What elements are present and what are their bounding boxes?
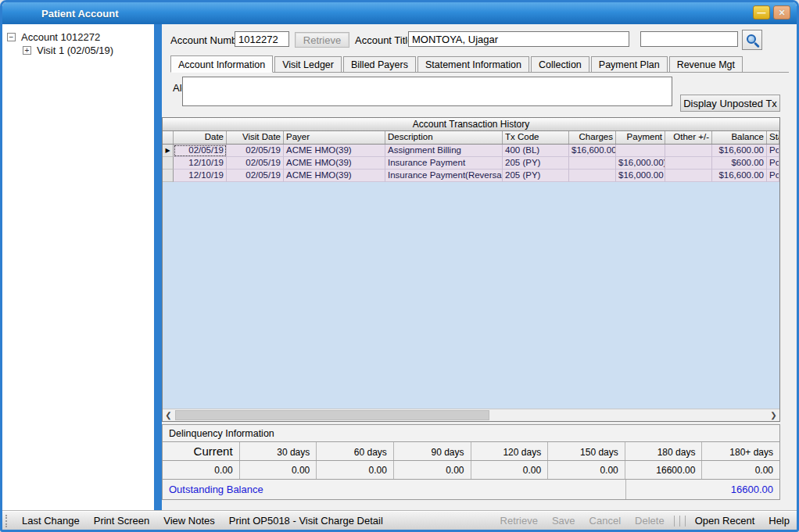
cell-charges[interactable]: $16,600.00 (569, 145, 616, 157)
delq-col-120: 120 days (471, 442, 549, 460)
table-row[interactable]: 12/10/19 02/05/19 ACME HMO(39) Insurance… (163, 157, 779, 170)
cell-tx-code[interactable]: 205 (PY) (503, 157, 569, 170)
col-charges[interactable]: Charges (569, 131, 616, 144)
cell-tx-code[interactable]: 400 (BL) (503, 145, 569, 157)
cell-balance[interactable]: $16,600.00 (712, 170, 767, 182)
minimize-button[interactable]: — (753, 5, 770, 20)
cell-payment[interactable]: $16,000.00 (616, 170, 665, 182)
cell-payment[interactable] (616, 145, 665, 157)
collapse-icon[interactable]: − (7, 33, 16, 41)
cell-payment[interactable]: $16,000.00) (616, 157, 665, 170)
delq-val-180plus: 0.00 (702, 461, 779, 479)
col-payment[interactable]: Payment (616, 131, 665, 144)
search-icon (747, 34, 756, 44)
search-button[interactable] (742, 30, 762, 50)
cell-description[interactable]: Assignment Billing (385, 145, 503, 157)
table-row[interactable]: 12/10/19 02/05/19 ACME HMO(39) Insurance… (163, 170, 779, 182)
alert-textarea[interactable] (182, 77, 672, 106)
cell-other[interactable] (665, 170, 712, 182)
tree-visit-label[interactable]: Visit 1 (02/05/19) (35, 45, 115, 56)
cell-date[interactable]: 12/10/19 (174, 157, 227, 170)
delinquency-values-row: 0.00 0.00 0.00 0.00 0.00 0.00 16600.00 0… (163, 460, 779, 479)
cell-visit-date[interactable]: 02/05/19 (227, 157, 284, 170)
scroll-left-icon[interactable]: ❮ (163, 409, 174, 421)
row-selector[interactable] (163, 170, 174, 182)
cell-charges[interactable] (569, 170, 616, 182)
cell-payer[interactable]: ACME HMO(39) (284, 157, 385, 170)
col-payer[interactable]: Payer (284, 131, 385, 144)
tab-collection[interactable]: Collection (531, 56, 589, 72)
cell-balance[interactable]: $600.00 (712, 157, 767, 170)
window-controls: — ✕ (753, 5, 790, 20)
delq-col-180plus: 180+ days (702, 442, 779, 460)
cell-description[interactable]: Insurance Payment (385, 157, 503, 170)
col-status[interactable]: Sta (767, 131, 779, 144)
outstanding-balance-row: Outstanding Balance 16600.00 (163, 479, 779, 499)
account-title-input[interactable] (408, 31, 629, 47)
delq-col-current: Current (163, 442, 240, 460)
tree-item-account[interactable]: − Account 1012272 (7, 30, 154, 44)
statusbar-retrieve[interactable]: Retrieve (493, 515, 545, 527)
display-unposted-tx-button[interactable]: Display Unposted Tx (680, 95, 780, 112)
cell-other[interactable] (665, 145, 712, 157)
statusbar-open-recent[interactable]: Open Recent (688, 515, 762, 527)
patient-account-window: Patient Account — ✕ − Account 1012272 + … (0, 0, 799, 532)
statusbar-print-screen[interactable]: Print Screen (87, 515, 157, 527)
cell-date[interactable]: 02/05/19 (174, 145, 227, 157)
statusbar-save[interactable]: Save (545, 515, 582, 527)
statusbar-view-notes[interactable]: View Notes (156, 515, 222, 527)
col-description[interactable]: Description (385, 131, 503, 144)
tab-account-information[interactable]: Account Information (170, 55, 273, 73)
cell-visit-date[interactable]: 02/05/19 (227, 170, 284, 182)
cell-visit-date[interactable]: 02/05/19 (227, 145, 284, 157)
cell-tx-code[interactable]: 205 (PY) (503, 170, 569, 182)
tab-billed-payers[interactable]: Billed Payers (343, 56, 416, 72)
cell-balance[interactable]: $16,600.00 (712, 145, 767, 157)
statusbar-last-change[interactable]: Last Change (15, 515, 87, 527)
search-input[interactable] (640, 31, 738, 47)
panel-splitter[interactable] (154, 24, 162, 511)
cell-other[interactable] (665, 157, 712, 170)
tab-visit-ledger[interactable]: Visit Ledger (274, 56, 342, 72)
cell-status[interactable]: Po (767, 157, 779, 170)
retrieve-button[interactable]: Retrieve (295, 32, 349, 48)
row-pointer-icon[interactable]: ▶ (163, 145, 174, 157)
tree-account-label[interactable]: Account 1012272 (20, 31, 102, 43)
scroll-right-icon[interactable]: ❯ (768, 409, 779, 421)
row-selector[interactable] (163, 157, 174, 170)
delq-val-180: 16600.00 (625, 461, 703, 479)
account-number-input[interactable] (235, 31, 289, 47)
cell-description[interactable]: Insurance Payment(Reversal) (385, 170, 503, 182)
expand-icon[interactable]: + (23, 46, 31, 55)
statusbar-grip-icon[interactable] (5, 515, 10, 527)
col-other[interactable]: Other +/- (665, 131, 712, 144)
transaction-history-group: Account Transaction History Date Visit D… (162, 117, 780, 422)
col-balance[interactable]: Balance (712, 131, 767, 144)
grid-empty-area (163, 182, 779, 409)
statusbar-cancel[interactable]: Cancel (582, 515, 628, 527)
close-button[interactable]: ✕ (773, 5, 790, 20)
delq-val-30: 0.00 (240, 461, 317, 479)
delq-val-120: 0.00 (471, 461, 549, 479)
scrollbar-track[interactable] (174, 409, 768, 421)
tree-item-visit[interactable]: + Visit 1 (02/05/19) (23, 44, 154, 57)
cell-charges[interactable] (569, 157, 616, 170)
cell-status[interactable]: Po (767, 170, 779, 182)
col-visit-date[interactable]: Visit Date (227, 131, 284, 144)
cell-payer[interactable]: ACME HMO(39) (284, 145, 385, 157)
statusbar-delete[interactable]: Delete (628, 515, 672, 527)
cell-date[interactable]: 12/10/19 (174, 170, 227, 182)
tab-revenue-mgt[interactable]: Revenue Mgt (669, 56, 743, 72)
scrollbar-thumb[interactable] (175, 410, 489, 420)
col-tx-code[interactable]: Tx Code (503, 131, 569, 144)
horizontal-scrollbar[interactable]: ❮ ❯ (163, 409, 779, 421)
table-row[interactable]: ▶ 02/05/19 02/05/19 ACME HMO(39) Assignm… (163, 145, 779, 157)
titlebar[interactable]: Patient Account — ✕ (2, 2, 797, 24)
statusbar-help[interactable]: Help (761, 515, 797, 527)
cell-payer[interactable]: ACME HMO(39) (284, 170, 385, 182)
col-date[interactable]: Date (174, 131, 227, 144)
tab-statement-information[interactable]: Statement Information (417, 56, 529, 72)
cell-status[interactable]: Po (767, 145, 779, 157)
statusbar-print-op5018[interactable]: Print OP5018 - Visit Charge Detail (222, 515, 390, 527)
tab-payment-plan[interactable]: Payment Plan (591, 56, 668, 72)
